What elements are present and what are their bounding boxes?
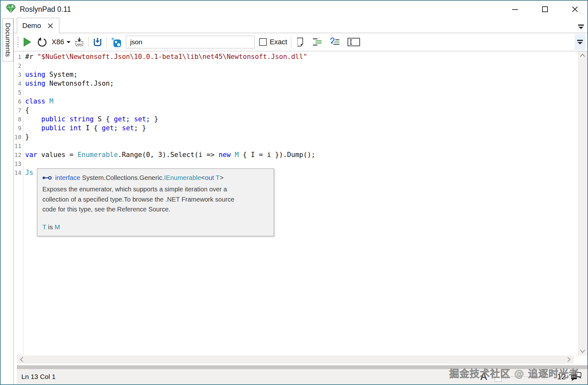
close-icon (571, 6, 578, 13)
code-line[interactable]: 4using Newtonsoft.Json; (14, 79, 577, 88)
line-code: class M (25, 97, 54, 105)
code-line[interactable]: 11 (14, 141, 577, 150)
restart-button[interactable] (36, 36, 48, 48)
maximize-icon (541, 6, 548, 13)
line-number: 11 (14, 143, 21, 149)
line-code: public string S { get; set; } (25, 115, 158, 123)
line-code: using System; (25, 71, 77, 78)
platform-label: X86 (52, 38, 64, 46)
code-line[interactable]: 12var values = Enumerable.Range(0, 3).Se… (14, 150, 577, 159)
vertical-scrollbar[interactable] (578, 51, 587, 355)
format-document-button[interactable] (295, 37, 305, 47)
sidebar-tab-documents[interactable]: Documents (3, 18, 13, 61)
code-lines[interactable]: 1#r "$NuGet\Newtonsoft.Json\10.0.1-beta1… (14, 52, 577, 177)
documents-tab-label: Documents (4, 23, 12, 57)
code-line[interactable]: 1#r "$NuGet\Newtonsoft.Json\10.0.1-beta1… (14, 52, 577, 61)
app-window: RoslynPad 0.11 Documents Demo (0, 0, 588, 385)
line-number: 1 (14, 53, 21, 60)
search-input[interactable] (126, 36, 255, 48)
line-number: 6 (14, 98, 21, 105)
title-bar: RoslynPad 0.11 (1, 1, 587, 18)
platform-select[interactable]: X86 (52, 38, 70, 46)
font-size-slider[interactable] (492, 371, 552, 382)
toolbar: X86 (14, 33, 587, 51)
uncomment-button[interactable] (329, 37, 340, 47)
nuget-package-icon (111, 37, 121, 47)
status-right-cluster: A 12 (481, 369, 582, 384)
toolbar-overflow-button[interactable] (575, 34, 585, 50)
line-number: 2 (14, 62, 21, 69)
comment-lines-icon (312, 38, 322, 46)
exact-label: Exact (270, 38, 287, 46)
minimize-icon (512, 6, 519, 13)
code-line[interactable]: 7{ (14, 106, 577, 115)
save-arrow-icon (92, 37, 103, 47)
tooltip-type-note: T is M (42, 223, 269, 231)
line-code: } (25, 133, 29, 141)
code-line[interactable]: 8 public string S { get; set; } (14, 115, 577, 124)
code-editor[interactable]: 1#r "$NuGet\Newtonsoft.Json\10.0.1-beta1… (14, 51, 587, 355)
toolbar-separator (291, 36, 291, 48)
line-code: using Newtonsoft.Json; (25, 80, 114, 87)
window-title: RoslynPad 0.11 (20, 5, 71, 14)
line-code: public int I { get; set; } (25, 124, 146, 132)
line-number: 12 (14, 152, 21, 158)
document-page-icon (296, 37, 305, 47)
line-code: { (25, 106, 29, 114)
line-code: var values = Enumerable.Range(0, 3).Sele… (25, 151, 315, 159)
tab-overflow-button[interactable] (578, 25, 584, 31)
code-line[interactable]: 5 (14, 88, 577, 97)
line-number: 10 (14, 134, 21, 140)
tooltip-signature: interface System.Collections.Generic.IEn… (42, 173, 269, 182)
format-save-button[interactable] (92, 36, 103, 48)
exact-checkbox[interactable] (259, 38, 267, 46)
tooltip-body: Exposes the enumerator, which supports a… (42, 184, 243, 215)
toolbar-grip[interactable] (18, 37, 18, 47)
code-line[interactable]: 10} (14, 132, 577, 141)
code-line[interactable]: 3using System; (14, 70, 577, 79)
play-icon (23, 37, 31, 47)
rename-button[interactable] (347, 37, 361, 47)
line-code: #r "$NuGet\Newtonsoft.Json\10.0.1-beta1\… (25, 53, 307, 61)
uncomment-lines-icon (330, 38, 340, 46)
line-number: 13 (14, 160, 21, 167)
scroll-up-icon[interactable] (580, 54, 585, 57)
run-button[interactable] (22, 37, 32, 47)
feedback-button[interactable] (571, 372, 582, 381)
code-line[interactable]: 2 (14, 61, 577, 70)
minimize-button[interactable] (512, 6, 519, 13)
window-controls (512, 6, 578, 13)
maximize-button[interactable] (541, 6, 548, 13)
code-line[interactable]: 6class M (14, 97, 577, 106)
tab-strip: Demo (14, 18, 587, 33)
chevron-down-icon (67, 41, 70, 43)
font-size-button[interactable]: A (481, 371, 487, 382)
download-tray-icon (74, 37, 84, 47)
line-number: 5 (14, 89, 21, 96)
nuget-button[interactable] (110, 36, 122, 48)
tab-close-icon[interactable] (47, 23, 53, 29)
overflow-chevron-icon (577, 40, 583, 45)
line-number: 3 (14, 71, 21, 78)
slider-thumb[interactable] (495, 372, 502, 382)
comment-button[interactable] (312, 37, 323, 47)
nuget-restore-button[interactable] (74, 36, 85, 48)
results-splitter[interactable] (17, 365, 587, 369)
scroll-left-icon[interactable] (20, 357, 23, 362)
code-line[interactable]: 13 (14, 159, 577, 168)
scroll-right-icon[interactable] (567, 357, 570, 362)
line-number: 9 (14, 125, 21, 132)
status-bar: Ln 13 Col 1 A 12 (17, 369, 587, 384)
close-button[interactable] (571, 6, 578, 13)
horizontal-scrollbar[interactable] (17, 355, 574, 364)
tab-label: Demo (22, 22, 41, 30)
line-code: Js (25, 169, 33, 176)
restart-arrow-icon (37, 37, 47, 47)
scroll-down-icon[interactable] (580, 350, 585, 353)
toolbar-separator (106, 36, 107, 48)
tab-demo[interactable]: Demo (17, 18, 59, 33)
line-number: 14 (14, 169, 21, 176)
roslynpad-gem-icon (6, 4, 16, 15)
code-line[interactable]: 9 public int I { get; set; } (14, 124, 577, 132)
documents-panel-strip: Documents (1, 18, 14, 384)
